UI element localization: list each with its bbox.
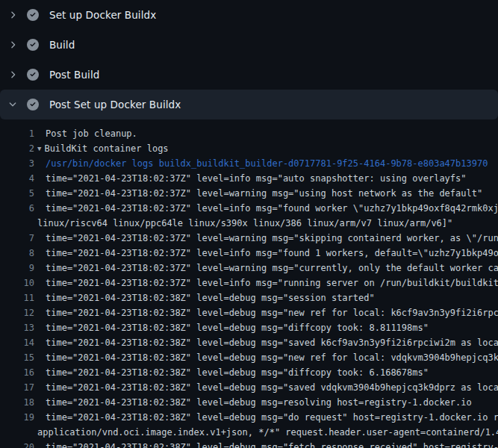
chevron-right-icon — [7, 39, 19, 51]
log-line: 8 time="2021-04-23T18:02:37Z" level=info… — [0, 246, 498, 261]
step-header-post-build[interactable]: Post Build — [0, 60, 498, 90]
log-line-text-content: time="2021-04-23T18:02:38Z" level=debug … — [46, 442, 498, 448]
log-line-text: time="2021-04-23T18:02:38Z" level=debug … — [46, 350, 498, 365]
log-line: linux/riscv64 linux/ppc64le linux/s390x … — [0, 216, 498, 231]
log-line-number[interactable]: 15 — [0, 350, 34, 365]
log-line: 10 time="2021-04-23T18:02:37Z" level=inf… — [0, 276, 498, 290]
step-label: Build — [49, 39, 75, 51]
log-line-number[interactable]: 3 — [0, 156, 34, 171]
log-line-text-content: /usr/bin/docker logs buildx_buildkit_bui… — [46, 158, 488, 169]
log-line-text-content: Post job cleanup. — [46, 128, 137, 139]
log-line-text: time="2021-04-23T18:02:37Z" level=info m… — [46, 276, 498, 290]
log-line-text-content: time="2021-04-23T18:02:37Z" level=info m… — [46, 248, 498, 258]
log-line-text: time="2021-04-23T18:02:38Z" level=debug … — [46, 365, 429, 380]
log-line-text: time="2021-04-23T18:02:38Z" level=debug … — [46, 395, 472, 410]
log-line-text-content: BuildKit container logs — [44, 143, 168, 154]
log-line-text-content: linux/riscv64 linux/ppc64le linux/s390x … — [37, 218, 452, 228]
log-line: application/vnd.oci.image.index.v1+json,… — [0, 425, 498, 440]
log-line: 19 time="2021-04-23T18:02:38Z" level=deb… — [0, 410, 498, 425]
log-line: 6 time="2021-04-23T18:02:37Z" level=info… — [0, 201, 498, 216]
log-line: 20 time="2021-04-23T18:02:38Z" level=deb… — [0, 440, 498, 448]
log-line-number[interactable]: 6 — [0, 201, 34, 216]
log-line-text: application/vnd.oci.image.index.v1+json,… — [37, 425, 498, 440]
log-line-text: ▼BuildKit container logs — [37, 141, 169, 156]
log-line: 13 time="2021-04-23T18:02:38Z" level=deb… — [0, 320, 498, 335]
step-list: Set up Docker Buildx Build Post Build — [0, 0, 498, 119]
log-line: 3 /usr/bin/docker logs buildx_buildkit_b… — [0, 156, 498, 171]
log-line-text: time="2021-04-23T18:02:37Z" level=warnin… — [46, 231, 498, 246]
check-circle-icon — [27, 99, 39, 111]
log-line: 17 time="2021-04-23T18:02:38Z" level=deb… — [0, 380, 498, 395]
log-line-text: time="2021-04-23T18:02:37Z" level=info m… — [46, 246, 498, 261]
log-line-text-content: time="2021-04-23T18:02:37Z" level=warnin… — [46, 263, 498, 273]
step-label: Set up Docker Buildx — [49, 9, 156, 21]
log-line-number[interactable]: 11 — [0, 290, 34, 305]
log-line-text: time="2021-04-23T18:02:38Z" level=debug … — [46, 335, 498, 350]
log-line-text-content: time="2021-04-23T18:02:38Z" level=debug … — [46, 293, 375, 303]
step-header-set-up-docker-buildx[interactable]: Set up Docker Buildx — [0, 0, 498, 30]
log-line-text: time="2021-04-23T18:02:38Z" level=debug … — [46, 410, 498, 425]
step-label: Post Set up Docker Buildx — [49, 99, 181, 111]
log-line-text-content: time="2021-04-23T18:02:38Z" level=debug … — [46, 308, 498, 318]
log-line-number[interactable]: 19 — [0, 410, 34, 425]
log-line-number[interactable]: 9 — [0, 261, 34, 276]
log-line-text-content: time="2021-04-23T18:02:38Z" level=debug … — [46, 367, 429, 378]
log-line-text-content: application/vnd.oci.image.index.v1+json,… — [37, 427, 498, 438]
log-line-text-content: time="2021-04-23T18:02:38Z" level=debug … — [46, 382, 498, 393]
step-header-build[interactable]: Build — [0, 30, 498, 60]
log-line-text: linux/riscv64 linux/ppc64le linux/s390x … — [37, 216, 452, 231]
log-line: 9 time="2021-04-23T18:02:37Z" level=warn… — [0, 261, 498, 276]
log-line-text-content: time="2021-04-23T18:02:38Z" level=debug … — [46, 397, 472, 408]
log-line-number[interactable]: 4 — [0, 171, 34, 186]
step-label: Post Build — [49, 69, 99, 81]
chevron-down-icon — [7, 99, 19, 111]
log-line-number[interactable]: 2 — [0, 141, 34, 156]
step-header-post-set-up-docker-buildx[interactable]: Post Set up Docker Buildx — [0, 90, 498, 119]
log-line-number[interactable]: 20 — [0, 440, 34, 448]
log-line: 1 Post job cleanup. — [0, 126, 498, 141]
log-line: 5 time="2021-04-23T18:02:37Z" level=warn… — [0, 186, 498, 201]
log-line: 15 time="2021-04-23T18:02:38Z" level=deb… — [0, 350, 498, 365]
log-line: 7 time="2021-04-23T18:02:37Z" level=warn… — [0, 231, 498, 246]
chevron-right-icon — [7, 9, 19, 21]
log-line: 18 time="2021-04-23T18:02:38Z" level=deb… — [0, 395, 498, 410]
actions-log-viewer: Set up Docker Buildx Build Post Build — [0, 0, 498, 448]
check-circle-icon — [27, 9, 39, 21]
log-line-number[interactable]: 8 — [0, 246, 34, 261]
log-line-text-content: time="2021-04-23T18:02:38Z" level=debug … — [46, 352, 498, 363]
log-line-text-content: time="2021-04-23T18:02:37Z" level=info m… — [46, 278, 498, 288]
chevron-right-icon — [7, 69, 19, 81]
log-line-text: time="2021-04-23T18:02:37Z" level=info m… — [46, 201, 498, 216]
log-line-number[interactable]: 5 — [0, 186, 34, 201]
log-line-text: time="2021-04-23T18:02:37Z" level=warnin… — [46, 261, 498, 276]
log-line-text: time="2021-04-23T18:02:38Z" level=debug … — [46, 290, 375, 305]
log-line-text: /usr/bin/docker logs buildx_buildkit_bui… — [46, 156, 488, 171]
log-line-number[interactable]: 1 — [0, 126, 34, 141]
log-line-text: time="2021-04-23T18:02:37Z" level=warnin… — [46, 186, 482, 201]
log-line-text-content: time="2021-04-23T18:02:37Z" level=warnin… — [46, 233, 498, 243]
log-line-number[interactable]: 14 — [0, 335, 34, 350]
log-line: 4 time="2021-04-23T18:02:37Z" level=info… — [0, 171, 498, 186]
log-content: 1 Post job cleanup. 2 ▼BuildKit containe… — [0, 119, 498, 448]
triangle-down-icon[interactable]: ▼ — [37, 141, 41, 156]
log-line-number[interactable]: 7 — [0, 231, 34, 246]
log-line-number[interactable]: 16 — [0, 365, 34, 380]
log-line-text-content: time="2021-04-23T18:02:37Z" level=info m… — [46, 173, 467, 184]
log-line-text: time="2021-04-23T18:02:38Z" level=debug … — [46, 440, 498, 448]
log-line-text: Post job cleanup. — [46, 126, 137, 141]
log-line-number[interactable]: 13 — [0, 320, 34, 335]
log-line-number[interactable]: 12 — [0, 305, 34, 320]
log-line-text-content: time="2021-04-23T18:02:38Z" level=debug … — [46, 412, 498, 423]
log-line-text: time="2021-04-23T18:02:38Z" level=debug … — [46, 320, 429, 335]
log-line-text-content: time="2021-04-23T18:02:38Z" level=debug … — [46, 337, 498, 348]
log-line-number[interactable]: 10 — [0, 276, 34, 290]
log-line-text-content: time="2021-04-23T18:02:38Z" level=debug … — [46, 323, 429, 333]
log-line-text: time="2021-04-23T18:02:38Z" level=debug … — [46, 305, 498, 320]
check-circle-icon — [27, 69, 39, 81]
log-line-number[interactable]: 18 — [0, 395, 34, 410]
log-line-text: time="2021-04-23T18:02:37Z" level=info m… — [46, 171, 467, 186]
log-line-text-content: time="2021-04-23T18:02:37Z" level=info m… — [46, 203, 498, 214]
check-circle-icon — [27, 39, 39, 51]
log-line-text-content: time="2021-04-23T18:02:37Z" level=warnin… — [46, 188, 482, 199]
log-line-number[interactable]: 17 — [0, 380, 34, 395]
